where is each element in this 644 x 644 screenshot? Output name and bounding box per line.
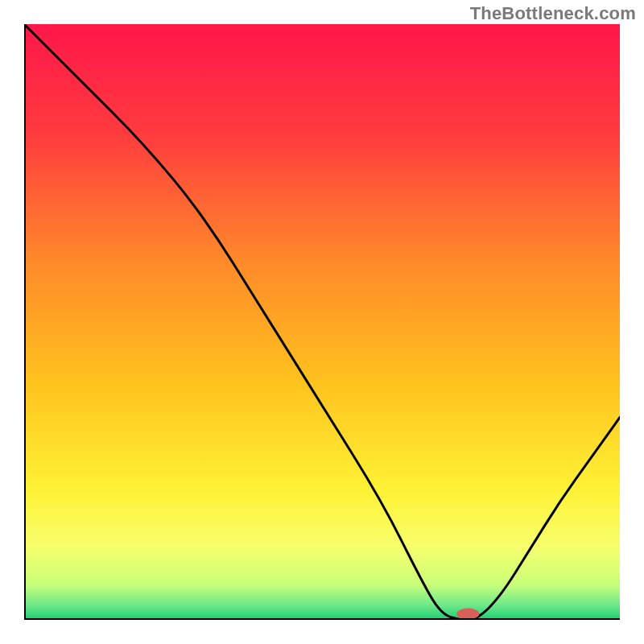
chart-container: TheBottleneck.com [0,0,644,644]
plot-area [24,24,620,620]
bottleneck-marker [456,609,479,620]
chart-svg [24,24,620,620]
watermark-text: TheBottleneck.com [470,3,636,24]
